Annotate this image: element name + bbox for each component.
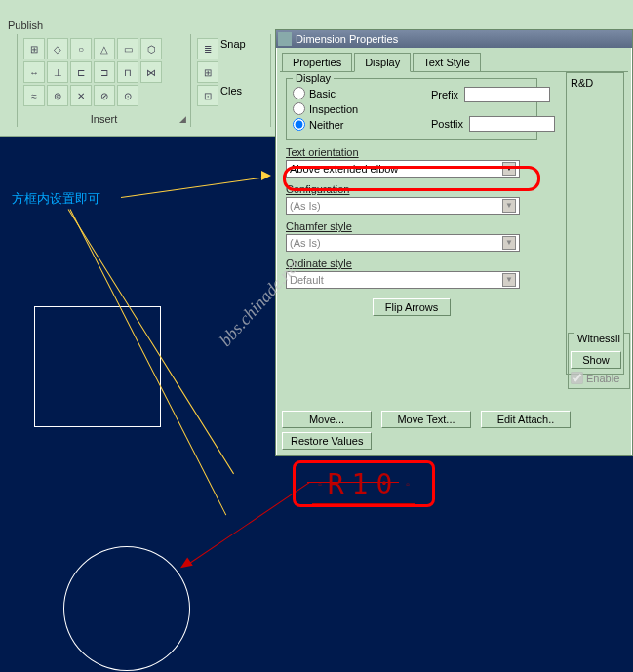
rio-text: R10 [328, 468, 401, 500]
enable-checkbox[interactable] [571, 372, 583, 384]
insert-icon[interactable]: ⊘ [94, 85, 115, 106]
insert-icon[interactable]: ≈ [23, 85, 45, 106]
circle-shape [63, 546, 190, 671]
snap-group: ≣ Snap ⊞ ⊡ Cles [191, 34, 271, 127]
publish-label: Publish [8, 20, 43, 31]
postfix-input[interactable] [469, 116, 555, 132]
insert-icon[interactable]: △ [94, 38, 115, 59]
ordinate-combo[interactable]: Default▼ [286, 271, 520, 289]
tab-properties[interactable]: Properties [282, 53, 352, 72]
insert-icon[interactable]: ⊐ [94, 61, 115, 83]
chamfer-combo[interactable]: (As Is)▼ [286, 234, 520, 252]
rio-callout: ▫ R10 ▫ [293, 460, 435, 507]
insert-icon[interactable]: ⊙ [117, 85, 138, 106]
cles-label: Cles [220, 85, 242, 106]
cles-icon[interactable]: ⊡ [197, 85, 218, 106]
tab-strip: Properties Display Text Style [282, 52, 632, 71]
insert-icon[interactable]: ◇ [47, 38, 68, 59]
tab-text-style[interactable]: Text Style [413, 53, 481, 72]
chevron-down-icon: ▼ [502, 273, 516, 287]
dialog-icon [278, 32, 292, 46]
rd-panel: R&D [566, 72, 624, 375]
chevron-down-icon: ▼ [502, 236, 516, 250]
dimension-properties-dialog: Dimension Properties Properties Display … [275, 29, 633, 456]
snap-label: Snap [220, 38, 246, 59]
insert-icon[interactable]: ○ [70, 38, 92, 59]
display-groupbox: Display Basic Prefix Inspection Neither … [286, 78, 537, 140]
insert-icon[interactable]: ↔ [23, 61, 45, 83]
insert-icon[interactable]: ⊏ [70, 61, 92, 83]
chevron-down-icon: ▼ [502, 162, 516, 176]
annotation-text: 方框内设置即可 [12, 190, 100, 208]
insert-icon[interactable]: ⬡ [140, 38, 162, 59]
flip-arrows-button[interactable]: Flip Arrows [373, 298, 451, 316]
insert-icon[interactable]: ⊓ [117, 61, 138, 83]
snap-icon[interactable]: ≣ [197, 38, 218, 59]
radio-neither[interactable] [293, 118, 305, 131]
dialog-title: Dimension Properties [296, 33, 398, 45]
text-orientation-combo[interactable]: Above extended elbow▼ [286, 160, 520, 178]
dialog-titlebar[interactable]: Dimension Properties [276, 30, 632, 48]
insert-icon[interactable]: ▭ [117, 38, 138, 59]
insert-icon[interactable]: ✕ [70, 85, 92, 106]
radio-basic[interactable] [293, 87, 305, 99]
rd-label: R&D [571, 77, 593, 89]
insert-icon[interactable]: ⊥ [47, 61, 68, 83]
configuration-combo[interactable]: (As Is)▼ [286, 197, 520, 215]
insert-icon[interactable]: ⊞ [23, 38, 45, 59]
snap-icon[interactable]: ⊞ [197, 61, 218, 83]
witness-groupbox: Witnessli Show Enable [568, 333, 630, 389]
restore-values-button[interactable]: Restore Values [282, 432, 372, 450]
insert-icon[interactable]: ⋈ [140, 61, 162, 83]
tab-display[interactable]: Display [354, 53, 411, 72]
expand-icon[interactable]: ◢ [179, 114, 186, 124]
rectangle-shape [34, 306, 161, 427]
chevron-down-icon: ▼ [502, 199, 516, 213]
edit-attach-button[interactable]: Edit Attach.. [481, 411, 571, 428]
postfix-label: Postfix [431, 118, 463, 130]
prefix-label: Prefix [431, 89, 458, 100]
insert-icon[interactable]: ⊚ [47, 85, 68, 106]
prefix-input[interactable] [464, 87, 550, 102]
move-button[interactable]: Move... [282, 411, 372, 428]
radio-inspection[interactable] [293, 102, 305, 115]
show-button[interactable]: Show [571, 351, 621, 369]
insert-group: ⊞ ◇ ○ △ ▭ ⬡ ↔ ⊥ ⊏ ⊐ ⊓ ⋈ ≈ ⊚ ✕ ⊘ ⊙ [18, 34, 191, 127]
move-text-button[interactable]: Move Text... [381, 411, 471, 428]
